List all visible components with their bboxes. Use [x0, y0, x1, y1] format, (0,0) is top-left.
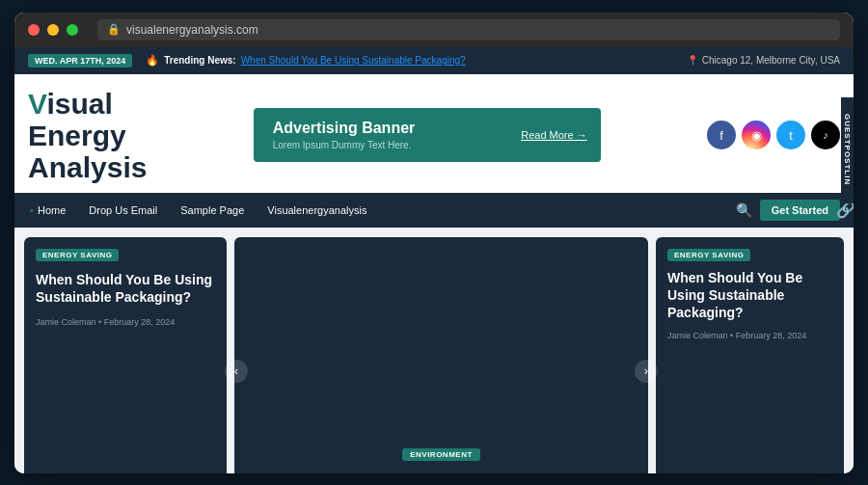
address-bar[interactable]: 🔒 visualenergyanalysis.com: [97, 19, 840, 40]
nav-links: Home Drop Us Email Sample Page Visualene…: [28, 199, 376, 222]
nav-right: 🔍 Get Started 🔗: [736, 200, 840, 221]
card-left-badge: ENERGY SAVING: [36, 249, 119, 261]
card-right-title: When Should You Be Using Sustainable Pac…: [667, 269, 832, 322]
ad-banner-sub: Lorem Ipsum Dummy Text Here.: [273, 140, 582, 150]
address-text: visualenergyanalysis.com: [126, 23, 258, 37]
carousel-next-button[interactable]: ›: [635, 360, 658, 383]
trending-section: 🔥 Trending News: When Should You Be Usin…: [146, 54, 465, 67]
card-center-title: Sustainability In Construction: [305, 469, 578, 473]
nav-link-sample-page[interactable]: Sample Page: [171, 199, 254, 222]
instagram-icon[interactable]: ◉: [742, 121, 771, 149]
top-bar: WED. APR 17TH, 2024 🔥 Trending News: Whe…: [14, 47, 854, 74]
maximize-dot[interactable]: [67, 24, 78, 36]
card-center-badge: ENVIRONMENT: [402, 448, 480, 461]
logo-v: V: [28, 88, 46, 120]
header: Visual Energy Analysis Advertising Banne…: [14, 74, 854, 193]
card-right-date: February 28, 2024: [736, 331, 807, 340]
card-left-author: Jamie Coleman: [36, 317, 96, 327]
logo-line2: Energy: [28, 120, 147, 151]
location-text: Chicago 12, Melborne City, USA: [702, 55, 840, 66]
nav-link-drop-us-email[interactable]: Drop Us Email: [79, 199, 167, 222]
card-right: ENERGY SAVING When Should You Be Using S…: [656, 237, 844, 473]
browser-chrome: 🔒 visualenergyanalysis.com: [14, 13, 854, 47]
content-area: ENERGY SAVING When Should You Be Using S…: [14, 228, 854, 473]
close-dot[interactable]: [28, 24, 40, 36]
card-right-meta: Jamie Coleman • February 28, 2024: [667, 331, 832, 340]
ad-read-more-link[interactable]: Read More →: [521, 129, 586, 141]
logo-line3: Analysis: [28, 151, 147, 183]
guest-postlin-sidebar: GUESTPOSTLIN: [841, 97, 854, 203]
card-right-badge: ENERGY SAVING: [667, 249, 750, 261]
browser-window: 🔒 visualenergyanalysis.com WED. APR 17TH…: [14, 13, 854, 473]
top-bar-left: WED. APR 17TH, 2024 🔥 Trending News: Whe…: [28, 54, 466, 67]
card-left: ENERGY SAVING When Should You Be Using S…: [24, 237, 227, 473]
card-left-date: February 28, 2024: [104, 317, 176, 327]
lock-icon: 🔒: [107, 23, 121, 36]
fire-icon: 🔥: [146, 54, 159, 67]
get-started-button[interactable]: Get Started: [760, 200, 840, 221]
date-badge: WED. APR 17TH, 2024: [28, 54, 132, 67]
card-left-title: When Should You Be Using Sustainable Pac…: [36, 271, 215, 306]
nav-link-visualenergyanalysis[interactable]: Visualenergyanalysis: [258, 199, 376, 222]
carousel-prev-button[interactable]: ‹: [225, 360, 248, 383]
social-icons: f ◉ t ♪: [707, 121, 840, 149]
trending-news-link[interactable]: When Should You Be Using Sustainable Pac…: [241, 55, 466, 66]
facebook-icon[interactable]: f: [707, 121, 736, 149]
location-pin-icon: 📍: [687, 55, 698, 66]
minimize-dot[interactable]: [47, 24, 59, 36]
card-right-author: Jamie Coleman: [667, 331, 728, 340]
search-icon[interactable]: 🔍: [736, 202, 752, 218]
twitter-icon[interactable]: t: [776, 121, 805, 149]
card-left-meta: Jamie Coleman • February 28, 2024: [36, 317, 215, 327]
tiktok-icon[interactable]: ♪: [811, 121, 840, 149]
trending-label: Trending News:: [164, 55, 235, 66]
nav-bar: Home Drop Us Email Sample Page Visualene…: [14, 193, 854, 228]
location: 📍 Chicago 12, Melborne City, USA: [687, 55, 840, 66]
nav-link-home[interactable]: Home: [28, 199, 75, 222]
card-center: ‹ ENVIRONMENT Sustainability In Construc…: [234, 237, 648, 473]
logo-rest: isual: [46, 88, 112, 120]
logo: Visual Energy Analysis: [28, 88, 147, 183]
ad-banner: Advertising Banner Lorem Ipsum Dummy Tex…: [254, 108, 601, 162]
